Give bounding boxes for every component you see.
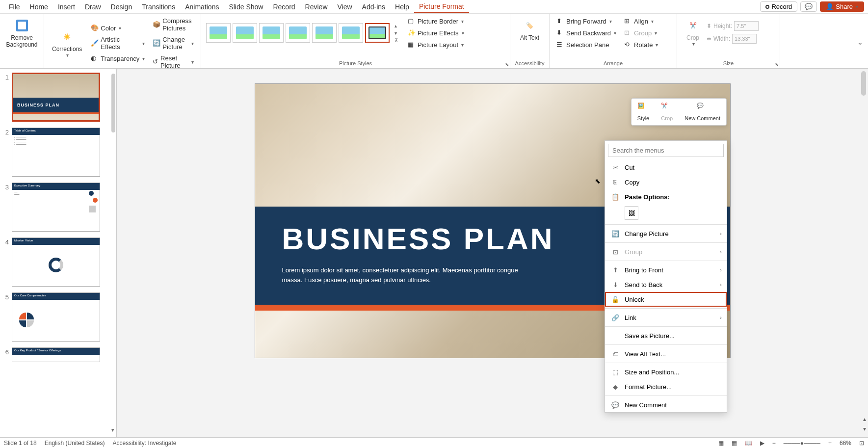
slide-title-text[interactable]: BUSINESS PLAN <box>282 221 554 256</box>
slide-thumbnail-1[interactable]: BUSINESS PLAN <box>12 73 100 122</box>
change-picture-button[interactable]: 🔄 Change Picture ▾ <box>150 34 197 52</box>
picture-style-5[interactable] <box>312 23 337 43</box>
styles-expand[interactable]: ⊼ <box>395 38 398 43</box>
picture-style-7[interactable] <box>365 23 390 43</box>
tab-review[interactable]: Review <box>300 1 333 13</box>
picture-style-2[interactable] <box>233 23 257 43</box>
menu-new-comment[interactable]: 💬 New Comment <box>605 397 727 412</box>
slide-nav-down[interactable]: ▾ <box>862 424 867 433</box>
fit-to-window-button[interactable]: ⊡ <box>859 440 864 447</box>
change-pic-icon: 🔄 <box>153 39 160 47</box>
menu-bring-to-front[interactable]: ⬆ Bring to Front › <box>605 263 727 277</box>
tab-picture-format[interactable]: Picture Format <box>414 0 469 13</box>
menu-send-to-back[interactable]: ⬇ Send to Back › <box>605 277 727 292</box>
width-input[interactable] <box>732 34 757 44</box>
accessibility-status[interactable]: Accessibility: Investigate <box>112 440 176 447</box>
slide-thumbnail-5[interactable]: Our Core Competencies <box>12 292 100 342</box>
size-dialog-launcher[interactable]: ⬊ <box>775 62 779 67</box>
styles-dialog-launcher[interactable]: ⬊ <box>505 62 509 67</box>
tab-view[interactable]: View <box>333 1 357 13</box>
mini-crop-button[interactable]: ✂️ Crop <box>657 101 677 123</box>
menu-link[interactable]: 🔗 Link › <box>605 310 727 325</box>
zoom-out-button[interactable]: − <box>772 440 776 447</box>
menu-cut[interactable]: ✂ Cut <box>605 160 727 175</box>
menu-save-as-picture[interactable]: Save as Picture... <box>605 328 727 343</box>
slide-subtitle-text[interactable]: Lorem ipsum dolor sit amet, consectetuer… <box>282 265 537 285</box>
tab-help[interactable]: Help <box>390 1 414 13</box>
slide-thumbnail-2[interactable]: Table of Content ● ━━━━━━━━━━● ━━━━━━━━━… <box>12 128 100 177</box>
send-backward-button[interactable]: ⬇ Send Backward ▾ <box>553 27 619 38</box>
tab-insert[interactable]: Insert <box>53 1 80 13</box>
menu-search-input[interactable] <box>608 144 724 157</box>
thumbnail-scrollbar[interactable] <box>111 74 115 132</box>
reset-picture-button[interactable]: ↺ Reset Picture ▾ <box>150 53 197 71</box>
slide-thumbnail-3[interactable]: Executive Summary ━━━━━━━━━━━ <box>12 183 100 232</box>
view-sorter-button[interactable]: ▦ <box>732 440 737 447</box>
menu-change-picture[interactable]: 🔄 Change Picture › <box>605 226 727 241</box>
menu-view-alt-label: View Alt Text... <box>625 350 666 358</box>
transparency-button[interactable]: ◐ Transparency ▾ <box>88 53 148 64</box>
height-input[interactable] <box>734 21 759 31</box>
tab-record[interactable]: Record <box>268 1 300 13</box>
styles-scroll-down[interactable]: ▾ <box>395 30 398 36</box>
slide-thumbnail-panel[interactable]: 1 BUSINESS PLAN 2 Table of Content ● ━━━… <box>0 69 117 437</box>
zoom-level[interactable]: 66% <box>840 440 851 447</box>
selection-pane-button[interactable]: ☰ Selection Pane <box>553 39 619 50</box>
picture-layout-button[interactable]: ▦ Picture Layout ▾ <box>405 39 467 50</box>
vertical-scrollbar[interactable] <box>861 71 866 96</box>
tab-slideshow[interactable]: Slide Show <box>224 1 268 13</box>
view-reading-button[interactable]: 📖 <box>745 440 752 447</box>
slide-nav-up[interactable]: ▴ <box>862 415 867 423</box>
view-slideshow-button[interactable]: ▶ <box>760 440 764 447</box>
styles-scroll-up[interactable]: ▴ <box>395 23 398 28</box>
picture-style-6[interactable] <box>339 23 363 43</box>
ribbon-collapse-button[interactable]: ⌄ <box>857 38 863 46</box>
alt-text-button[interactable]: 🏷️ Alt Text <box>514 16 545 43</box>
slide-counter[interactable]: Slide 1 of 18 <box>4 440 37 447</box>
menu-view-alt-text[interactable]: 🏷 View Alt Text... <box>605 346 727 361</box>
view-normal-button[interactable]: ▦ <box>718 440 724 447</box>
tab-design[interactable]: Design <box>106 1 137 13</box>
language-indicator[interactable]: English (United States) <box>45 440 105 447</box>
crop-button[interactable]: ✂️ Crop ▾ <box>681 16 705 49</box>
bring-forward-button[interactable]: ⬆ Bring Forward ▾ <box>553 16 619 26</box>
zoom-slider[interactable]: ────●──── <box>784 440 820 447</box>
record-button[interactable]: Record <box>760 1 797 12</box>
mini-style-button[interactable]: 🖼️ Style <box>633 101 653 123</box>
menu-format-picture[interactable]: ◆ Format Picture... <box>605 379 727 394</box>
picture-style-4[interactable] <box>286 23 310 43</box>
picture-effects-button[interactable]: ✨ Picture Effects ▾ <box>405 27 467 38</box>
align-button[interactable]: ⊞ Align ▾ <box>621 16 661 26</box>
slide-thumbnail-6[interactable]: Our Key Product / Service Offerings <box>12 347 100 362</box>
compress-pictures-button[interactable]: 📦 Compress Pictures <box>150 16 197 33</box>
picture-style-1[interactable] <box>206 23 231 43</box>
comments-button[interactable]: 💬 <box>800 1 817 12</box>
zoom-in-button[interactable]: + <box>828 440 832 447</box>
picture-style-3[interactable] <box>259 23 284 43</box>
change-picture-icon: 🔄 <box>611 229 620 238</box>
remove-background-button[interactable]: Remove Background <box>4 16 40 51</box>
thumbnail-scroll-down[interactable]: ▾ <box>111 427 114 433</box>
tab-transitions[interactable]: Transitions <box>137 1 180 13</box>
tab-home[interactable]: Home <box>25 1 53 13</box>
artistic-effects-button[interactable]: 🖌️ Artistic Effects ▾ <box>88 34 148 52</box>
tab-addins[interactable]: Add-ins <box>357 1 390 13</box>
tab-file[interactable]: File <box>4 1 25 13</box>
rotate-button[interactable]: ⟲ Rotate ▾ <box>621 39 661 50</box>
tab-animations[interactable]: Animations <box>180 1 224 13</box>
mini-new-comment-button[interactable]: 💬 New Comment <box>681 101 724 123</box>
share-button[interactable]: 👤 Share ▾ <box>820 1 864 12</box>
align-icon: ⊞ <box>624 17 632 25</box>
color-button[interactable]: 🎨 Color ▾ <box>88 23 148 33</box>
corrections-button[interactable]: ☀️ Corrections ▾ <box>48 27 86 60</box>
tab-draw[interactable]: Draw <box>80 1 106 13</box>
slide-thumbnail-4[interactable]: Mission Vision <box>12 237 100 287</box>
group-button[interactable]: ⊡ Group ▾ <box>621 27 661 38</box>
menu-copy[interactable]: ⎘ Copy <box>605 175 727 189</box>
menu-size-and-position[interactable]: ⬚ Size and Position... <box>605 365 727 379</box>
send-backward-icon: ⬇ <box>556 29 564 37</box>
paste-option-picture[interactable]: 🖼 <box>625 206 638 220</box>
menu-unlock[interactable]: 🔓 Unlock <box>605 292 727 307</box>
picture-border-button[interactable]: ▢ Picture Border ▾ <box>405 16 467 26</box>
slide-canvas-area[interactable]: BUSINESS PLAN Lorem ipsum dolor sit amet… <box>117 69 868 437</box>
